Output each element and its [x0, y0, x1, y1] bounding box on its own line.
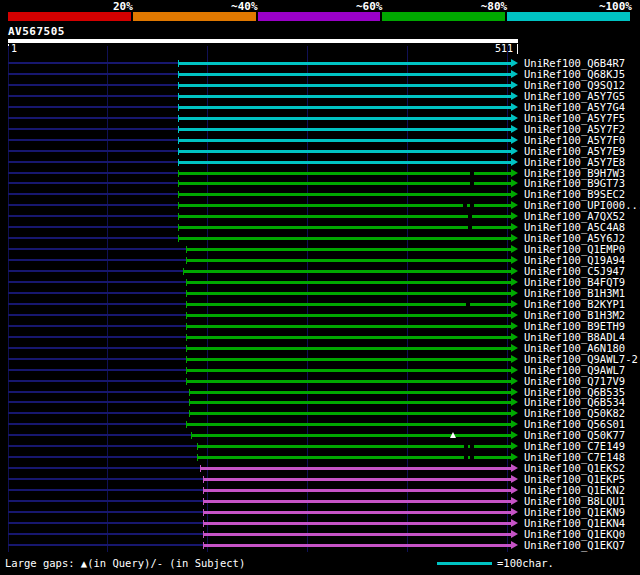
alignment-start-tick — [189, 399, 190, 406]
alignment-arrowhead-icon — [511, 114, 518, 122]
alignment-bar[interactable] — [186, 303, 511, 306]
alignment-bar[interactable] — [178, 237, 511, 240]
alignment-bar[interactable] — [189, 391, 511, 394]
alignment-arrowhead-icon — [511, 508, 518, 516]
query-leader-line — [8, 95, 178, 97]
alignment-bar[interactable] — [178, 226, 511, 229]
alignment-bar[interactable] — [178, 182, 511, 185]
alignment-arrowhead-icon — [511, 125, 518, 133]
alignment-bar[interactable] — [186, 248, 511, 251]
alignment-start-tick — [178, 170, 179, 177]
subject-gap-marker-icon — [470, 456, 474, 459]
alignment-bar[interactable] — [178, 117, 511, 120]
alignment-arrowhead-icon — [511, 388, 518, 396]
alignment-bar[interactable] — [200, 467, 511, 470]
alignment-bar[interactable] — [186, 314, 511, 317]
hit-label[interactable]: UniRef100_Q1EKQ7 — [524, 540, 625, 551]
alignment-arrowhead-icon — [511, 355, 518, 363]
scale-line-icon — [437, 562, 492, 565]
alignment-arrowhead-icon — [511, 81, 518, 89]
alignment-start-tick — [178, 191, 179, 198]
alignment-bar[interactable] — [186, 380, 511, 383]
alignment-start-tick — [191, 432, 192, 439]
query-gap-marker-icon — [450, 432, 456, 438]
query-leader-line — [8, 412, 189, 414]
subject-gap-marker-icon — [470, 182, 474, 185]
query-leader-line — [8, 62, 178, 64]
alignment-arrowhead-icon — [511, 289, 518, 297]
alignment-bar[interactable] — [203, 544, 511, 547]
alignment-bar[interactable] — [186, 325, 511, 328]
ruler-tick-end — [517, 44, 518, 54]
alignment-arrowhead-icon — [511, 223, 518, 231]
subject-gap-marker-icon — [470, 172, 474, 175]
alignment-bar[interactable] — [186, 369, 511, 372]
alignment-bar[interactable] — [178, 106, 511, 109]
query-leader-line — [8, 237, 178, 239]
alignment-start-tick — [186, 367, 187, 374]
query-leader-line — [8, 478, 203, 480]
alignment-bar[interactable] — [189, 401, 511, 404]
query-leader-line — [8, 522, 203, 524]
alignment-arrowhead-icon — [511, 344, 518, 352]
alignment-bar[interactable] — [203, 522, 511, 525]
query-leader-line — [8, 270, 183, 272]
subject-gap-marker-icon — [463, 204, 467, 207]
alignment-arrowhead-icon — [511, 541, 518, 549]
subject-gap-marker-icon — [470, 445, 474, 448]
query-leader-line — [8, 303, 186, 305]
alignment-bar[interactable] — [178, 128, 511, 131]
alignment-arrowhead-icon — [511, 519, 518, 527]
query-leader-line — [8, 161, 178, 163]
alignment-arrowhead-icon — [511, 366, 518, 374]
alignment-bar[interactable] — [178, 62, 511, 65]
alignment-bar[interactable] — [178, 172, 511, 175]
alignment-bar[interactable] — [178, 215, 511, 218]
alignment-arrowhead-icon — [511, 464, 518, 472]
query-leader-line — [8, 544, 203, 546]
alignment-bar[interactable] — [178, 161, 511, 164]
alignment-start-tick — [178, 235, 179, 242]
alignment-start-tick — [186, 290, 187, 297]
alignment-start-tick — [186, 356, 187, 363]
alignment-bar[interactable] — [189, 412, 511, 415]
alignment-start-tick — [197, 443, 198, 450]
alignment-bar[interactable] — [178, 95, 511, 98]
alignment-bar[interactable] — [203, 478, 511, 481]
query-leader-line — [8, 391, 189, 393]
alignment-bar[interactable] — [203, 511, 511, 514]
alignment-bar[interactable] — [186, 281, 511, 284]
alignment-bar[interactable] — [203, 500, 511, 503]
alignment-start-tick — [183, 268, 184, 275]
alignment-arrowhead-icon — [511, 103, 518, 111]
scale-segment — [258, 12, 381, 21]
alignment-bar[interactable] — [178, 193, 511, 196]
alignment-bar[interactable] — [178, 84, 511, 87]
alignment-start-tick — [186, 246, 187, 253]
query-leader-line — [8, 380, 186, 382]
alignment-arrowhead-icon — [511, 234, 518, 242]
alignment-arrowhead-icon — [511, 212, 518, 220]
alignment-arrowhead-icon — [511, 530, 518, 538]
alignment-bar[interactable] — [186, 347, 511, 350]
alignment-bar[interactable] — [186, 336, 511, 339]
query-leader-line — [8, 193, 178, 195]
alignment-bar[interactable] — [203, 489, 511, 492]
alignment-bar[interactable] — [186, 423, 511, 426]
alignment-start-tick — [178, 180, 179, 187]
query-leader-line — [8, 423, 186, 425]
alignment-bar[interactable] — [186, 292, 511, 295]
alignment-bar[interactable] — [183, 270, 511, 273]
alignment-arrowhead-icon — [511, 486, 518, 494]
alignment-arrowhead-icon — [511, 442, 518, 450]
alignment-bar[interactable] — [203, 533, 511, 536]
alignment-bar[interactable] — [191, 434, 511, 437]
alignment-bar[interactable] — [186, 259, 511, 262]
alignment-arrowhead-icon — [511, 278, 518, 286]
alignment-bar[interactable] — [186, 358, 511, 361]
blast-graphic-overview: 20%~40%~60%~80%~100% AV567505 1 511 UniR… — [0, 0, 640, 575]
alignment-bar[interactable] — [178, 73, 511, 76]
alignment-bar[interactable] — [178, 204, 511, 207]
alignment-bar[interactable] — [178, 139, 511, 142]
alignment-bar[interactable] — [178, 150, 511, 153]
